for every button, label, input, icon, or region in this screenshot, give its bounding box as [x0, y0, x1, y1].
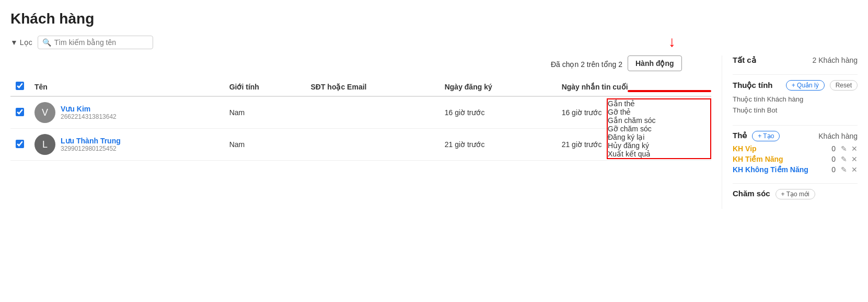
filter-button[interactable]: ▼ Lọc — [10, 38, 32, 47]
select-all-checkbox[interactable] — [16, 82, 24, 90]
search-icon: 🔍 — [42, 38, 51, 47]
row-checkbox-cell — [10, 96, 29, 129]
reset-button[interactable]: Reset — [830, 80, 858, 91]
red-arrow-down: ↓ — [668, 35, 676, 49]
tag-row-0: KH Vip 0 ✎ ✕ — [733, 144, 858, 153]
action-dropdown-menu — [628, 90, 711, 92]
toolbar: ▼ Lọc 🔍 — [10, 36, 858, 49]
rp-cham-soc-label: Chăm sóc — [733, 189, 770, 198]
header-name: Tên — [29, 77, 224, 96]
row-checkbox-0[interactable] — [16, 108, 24, 116]
manage-button[interactable]: + Quản lý — [786, 80, 825, 91]
dropdown-item-0[interactable]: Gắn thẻ — [608, 99, 710, 108]
dropdown-item-6[interactable]: Xuất kết quả — [608, 150, 710, 158]
rp-attr-khach-hang: Thuộc tính Khách hàng — [733, 94, 858, 105]
tag-delete-icon[interactable]: ✕ — [851, 165, 858, 174]
rp-cham-soc-section: Chăm sóc + Tạo mới — [733, 189, 858, 199]
main-content: Đã chọn 2 trên tổng 2 ↓ Hành động — [10, 55, 858, 209]
row-phone-email — [305, 96, 439, 129]
dropdown-item-3[interactable]: Gỡ chăm sóc — [608, 125, 710, 133]
tao-moi-button[interactable]: + Tạo mới — [776, 189, 815, 199]
row-register-date: 21 giờ trước — [439, 129, 557, 161]
search-input[interactable] — [54, 38, 148, 47]
rp-attributes-section: Thuộc tính + Quản lý Reset Thuộc tính Kh… — [733, 80, 858, 116]
tag-delete-icon[interactable]: ✕ — [851, 144, 858, 153]
tag-name[interactable]: KH Tiềm Năng — [733, 155, 783, 163]
customer-id: 3299012980125452 — [61, 145, 121, 152]
tag-name[interactable]: KH Vip — [733, 144, 757, 153]
tag-delete-icon[interactable]: ✕ — [851, 155, 858, 163]
selected-info: Đã chọn 2 trên tổng 2 — [551, 60, 622, 69]
page-title: Khách hàng — [10, 10, 858, 27]
tag-row-2: KH Không Tiềm Năng 0 ✎ ✕ — [733, 165, 858, 174]
tao-tag-button[interactable]: + Tạo — [752, 131, 780, 141]
header-phone-email: SĐT hoặc Email — [305, 77, 439, 96]
rp-the-section: Thẻ + Tạo Khách hàng KH Vip 0 ✎ ✕ KH Tiề… — [733, 131, 858, 174]
rp-attr-bot: Thuộc tính Bot — [733, 105, 858, 116]
row-phone-email — [305, 129, 439, 161]
dropdown-item-1[interactable]: Gỡ thẻ — [608, 108, 710, 116]
row-name-cell: V Vưu Kim 2662214313813642 — [29, 96, 224, 129]
filter-icon: ▼ — [10, 38, 18, 47]
dropdown-item-5[interactable]: Hủy đăng ký — [608, 141, 710, 150]
row-checkbox-cell — [10, 129, 29, 161]
rp-attributes-label: Thuộc tính — [733, 81, 773, 90]
tag-count: 0 — [831, 144, 836, 153]
tag-row-1: KH Tiềm Năng 0 ✎ ✕ — [733, 155, 858, 163]
row-checkbox-1[interactable] — [16, 140, 24, 148]
search-box: 🔍 — [38, 36, 153, 49]
avatar: V — [34, 102, 55, 123]
table-row: L Lưu Thành Trung 3299012980125452 Nam 2… — [10, 129, 711, 161]
tag-count: 0 — [831, 165, 836, 174]
customers-table: Tên Giới tính SĐT hoặc Email Ngày đăng k… — [10, 77, 711, 161]
rp-the-label: Thẻ — [733, 131, 747, 140]
left-panel: Đã chọn 2 trên tổng 2 ↓ Hành động — [10, 55, 711, 209]
tag-edit-icon[interactable]: ✎ — [841, 165, 847, 174]
header-gender: Giới tính — [224, 77, 306, 96]
table-row: V Vưu Kim 2662214313813642 Nam 16 giờ tr… — [10, 96, 711, 129]
action-bar: Đã chọn 2 trên tổng 2 ↓ Hành động — [10, 55, 711, 73]
dropdown-item-2[interactable]: Gắn chăm sóc — [608, 116, 710, 125]
row-register-date: 16 giờ trước — [439, 96, 557, 129]
tag-count: 0 — [831, 155, 836, 163]
dropdown-overlay: Gắn thẻGỡ thẻGắn chăm sócGỡ chăm sócĐăng… — [607, 98, 711, 159]
header-checkbox-cell — [10, 77, 29, 96]
right-panel: Tất cả 2 Khách hàng Thuộc tính + Quản lý… — [722, 55, 858, 209]
customer-name[interactable]: Lưu Thành Trung — [61, 137, 121, 145]
avatar: L — [34, 134, 55, 155]
rp-all-count: 2 Khách hàng — [813, 56, 858, 64]
table-container: Tên Giới tính SĐT hoặc Email Ngày đăng k… — [10, 77, 711, 161]
filter-label: Lọc — [20, 38, 32, 47]
row-gender: Nam — [224, 129, 306, 161]
action-button[interactable]: Hành động — [628, 55, 682, 71]
tag-edit-icon[interactable]: ✎ — [841, 155, 847, 163]
row-name-cell: L Lưu Thành Trung 3299012980125452 — [29, 129, 224, 161]
row-gender: Nam — [224, 96, 306, 129]
dropdown-item-4[interactable]: Đăng ký lại — [608, 133, 710, 141]
rp-khach-hang-label: Khách hàng — [818, 132, 858, 140]
customer-id: 2662214313813642 — [61, 113, 117, 120]
rp-all-label: Tất cả — [733, 55, 756, 65]
header-last-message: Ngày nhắn tin cuối — [557, 77, 711, 96]
customer-name[interactable]: Vưu Kim — [61, 105, 117, 113]
tag-name[interactable]: KH Không Tiềm Năng — [733, 165, 808, 174]
tag-edit-icon[interactable]: ✎ — [841, 144, 847, 153]
rp-all-section: Tất cả 2 Khách hàng — [733, 55, 858, 65]
header-register-date: Ngày đăng ký — [439, 77, 557, 96]
